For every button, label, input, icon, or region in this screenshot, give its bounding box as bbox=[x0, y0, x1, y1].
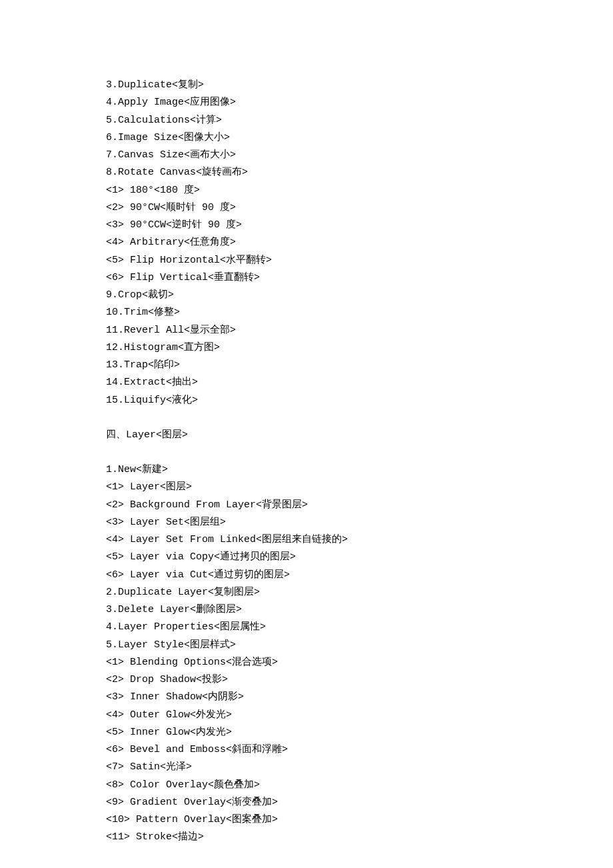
blank-line bbox=[106, 409, 613, 427]
section-heading: 四、Layer<图层> bbox=[106, 427, 613, 444]
text-line: <2> 90°CW<顺时针 90 度> bbox=[106, 199, 613, 217]
blank-line bbox=[106, 444, 613, 461]
text-line: <5> Layer via Copy<通过拷贝的图层> bbox=[106, 549, 613, 566]
text-line: <6> Bevel and Emboss<斜面和浮雕> bbox=[106, 741, 613, 759]
text-line: <3> Layer Set<图层组> bbox=[106, 514, 613, 531]
text-line: <5> Inner Glow<内发光> bbox=[106, 724, 613, 741]
text-line: 14.Extract<抽出> bbox=[106, 374, 613, 391]
text-line: <5> Flip Horizontal<水平翻转> bbox=[106, 252, 613, 269]
text-line: 2.Duplicate Layer<复制图层> bbox=[106, 584, 613, 601]
text-line: <3> 90°CCW<逆时针 90 度> bbox=[106, 217, 613, 234]
text-line: 1.New<新建> bbox=[106, 461, 613, 479]
text-line: 11.Reverl All<显示全部> bbox=[106, 322, 613, 339]
text-line: 6.Image Size<图像大小> bbox=[106, 129, 613, 147]
text-line: <6> Layer via Cut<通过剪切的图层> bbox=[106, 567, 613, 584]
text-line: <1> Blending Options<混合选项> bbox=[106, 654, 613, 671]
text-line: 13.Trap<陷印> bbox=[106, 357, 613, 374]
text-line: <1> Layer<图层> bbox=[106, 479, 613, 496]
text-line: 3.Duplicate<复制> bbox=[106, 77, 613, 94]
text-line: 4.Apply Image<应用图像> bbox=[106, 94, 613, 111]
text-line: <4> Layer Set From Linked<图层组来自链接的> bbox=[106, 531, 613, 549]
text-line: <2> Drop Shadow<投影> bbox=[106, 671, 613, 689]
text-line: <4> Arbitrary<任意角度> bbox=[106, 234, 613, 251]
text-line: <8> Color Overlay<颜色叠加> bbox=[106, 777, 613, 794]
text-line: 8.Rotate Canvas<旋转画布> bbox=[106, 164, 613, 181]
text-line: 4.Layer Properties<图层属性> bbox=[106, 619, 613, 636]
text-line: 15.Liquify<液化> bbox=[106, 392, 613, 409]
text-line: <1> 180°<180 度> bbox=[106, 182, 613, 199]
text-line: 12.Histogram<直方图> bbox=[106, 339, 613, 357]
text-line: 10.Trim<修整> bbox=[106, 304, 613, 321]
text-line: <4> Outer Glow<外发光> bbox=[106, 707, 613, 724]
text-line: 5.Calculations<计算> bbox=[106, 112, 613, 129]
text-line: 3.Delete Layer<删除图层> bbox=[106, 601, 613, 619]
text-line: 7.Canvas Size<画布大小> bbox=[106, 147, 613, 164]
document-page: 3.Duplicate<复制> 4.Apply Image<应用图像> 5.Ca… bbox=[0, 0, 613, 868]
text-line: <2> Background From Layer<背景图层> bbox=[106, 497, 613, 514]
text-line: <6> Flip Vertical<垂直翻转> bbox=[106, 269, 613, 287]
text-line: <3> Inner Shadow<内阴影> bbox=[106, 689, 613, 706]
text-line: <11> Stroke<描边> bbox=[106, 829, 613, 846]
text-line: 5.Layer Style<图层样式> bbox=[106, 637, 613, 654]
text-line: 9.Crop<裁切> bbox=[106, 287, 613, 304]
text-line: <9> Gradient Overlay<渐变叠加> bbox=[106, 794, 613, 811]
text-line: <7> Satin<光泽> bbox=[106, 759, 613, 776]
text-line: <10> Pattern Overlay<图案叠加> bbox=[106, 811, 613, 829]
